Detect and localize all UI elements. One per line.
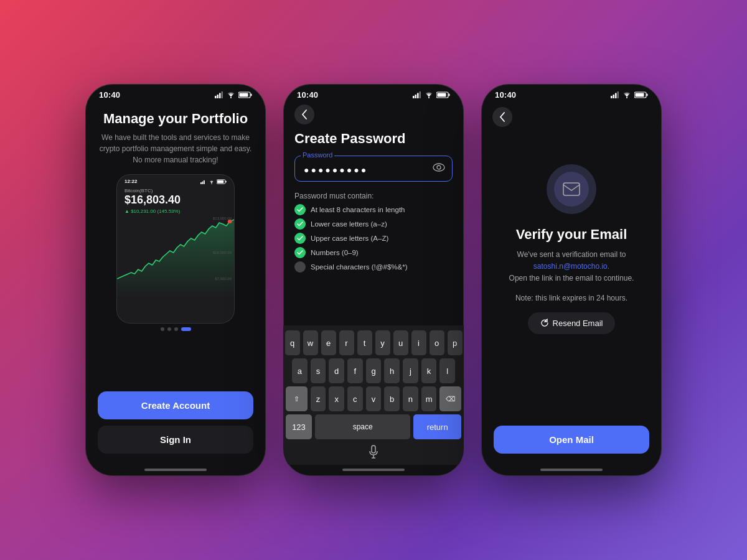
key-shift[interactable]: ⇧ (286, 386, 308, 411)
req-item-1: At least 8 characters in length (294, 204, 453, 215)
key-c[interactable]: c (347, 386, 363, 411)
phone1-subtitle: We have built the tools and services to … (98, 132, 253, 166)
back-button-3[interactable] (492, 107, 512, 127)
phone-3: 10:40 Verify your Email We've sent a ver… (481, 84, 662, 476)
phone3-bottom: Open Mail (481, 419, 662, 465)
create-account-button[interactable]: Create Account (98, 391, 253, 419)
key-h[interactable]: h (384, 358, 400, 383)
status-bar-3: 10:40 (481, 84, 662, 102)
svg-point-25 (437, 166, 441, 169)
status-time-3: 10:40 (495, 90, 516, 100)
back-btn-wrap-3 (481, 102, 662, 133)
svg-rect-32 (618, 91, 619, 98)
signal-icon (215, 91, 223, 98)
svg-rect-19 (420, 91, 421, 98)
key-v[interactable]: v (366, 386, 382, 411)
password-visibility-toggle[interactable] (433, 163, 445, 174)
mic-row (286, 442, 461, 462)
mockup-body: Bitcoin(BTC) $16,803.40 ▲ $10,231.00 (14… (117, 185, 234, 217)
svg-rect-22 (449, 94, 450, 96)
key-p[interactable]: p (448, 330, 463, 355)
key-g[interactable]: g (366, 358, 382, 383)
svg-rect-36 (636, 93, 644, 97)
svg-point-4 (230, 97, 232, 98)
svg-rect-0 (215, 96, 217, 98)
verify-subtitle: We've sent a verification email to satos… (509, 249, 634, 285)
key-backspace[interactable]: ⌫ (439, 386, 461, 411)
key-j[interactable]: j (403, 358, 418, 383)
key-z[interactable]: z (311, 386, 326, 411)
phone-1: 10:40 Manage your Portfolio We have buil… (85, 84, 266, 476)
key-123[interactable]: 123 (286, 414, 312, 439)
svg-rect-35 (647, 94, 648, 96)
svg-rect-8 (200, 182, 202, 184)
password-input-display[interactable]: ●●●●●●●●● (294, 156, 453, 182)
key-d[interactable]: d (329, 358, 344, 383)
keyboard: q w e r t y u i o p a s d f g h j k l (283, 325, 464, 465)
microphone-icon[interactable] (369, 445, 378, 459)
home-indicator-1 (144, 469, 207, 471)
key-t[interactable]: t (357, 330, 372, 355)
resend-email-button[interactable]: Resend Email (528, 312, 616, 334)
key-o[interactable]: o (430, 330, 444, 355)
svg-rect-6 (251, 94, 252, 96)
status-icons-3 (611, 91, 648, 98)
kb-row-3: ⇧ z x c v b n m ⌫ (286, 386, 461, 411)
key-s[interactable]: s (311, 358, 326, 383)
svg-rect-23 (438, 93, 446, 97)
key-n[interactable]: n (403, 386, 418, 411)
refresh-icon (540, 319, 549, 327)
resend-label: Resend Email (553, 319, 603, 328)
phone-mockup: 12:22 Bitcoin(BTC) $16,803.40 ▲ $10,231.… (116, 174, 235, 324)
verify-sub-prefix: We've sent a verification email to (517, 250, 626, 259)
svg-rect-10 (204, 180, 205, 184)
req-text-1: At least 8 characters in length (311, 206, 405, 213)
key-e[interactable]: e (321, 330, 336, 355)
svg-rect-31 (615, 93, 617, 99)
open-mail-button[interactable]: Open Mail (494, 426, 649, 454)
key-k[interactable]: k (421, 358, 437, 383)
mockup-status-bar: 12:22 (117, 175, 234, 185)
battery-icon-2 (436, 91, 450, 98)
eye-icon (433, 163, 445, 172)
mockup-coin-label: Bitcoin(BTC) (125, 188, 227, 194)
password-requirements: Password must contain: At least 8 charac… (283, 188, 464, 279)
key-x[interactable]: x (329, 386, 344, 411)
page-title-2: Create Password (283, 131, 464, 147)
key-f[interactable]: f (347, 358, 363, 383)
req-item-4: Numbers (0–9) (294, 247, 453, 258)
req-icon-3 (294, 233, 306, 244)
key-w[interactable]: w (303, 330, 318, 355)
key-r[interactable]: r (339, 330, 354, 355)
key-y[interactable]: y (375, 330, 390, 355)
svg-rect-2 (219, 93, 221, 99)
email-icon-inner (554, 172, 589, 207)
req-icon-2 (294, 218, 306, 230)
key-a[interactable]: a (292, 358, 308, 383)
key-space[interactable]: space (315, 414, 410, 439)
key-u[interactable]: u (393, 330, 408, 355)
kb-row-1: q w e r t y u i o p (286, 330, 461, 355)
req-text-2: Lower case letters (a–z) (311, 220, 387, 228)
chart-label-high: $13,000.00 (213, 217, 232, 220)
key-q[interactable]: q (285, 330, 300, 355)
mockup-battery (217, 179, 227, 184)
mockup-wifi (209, 179, 215, 184)
status-icons-2 (413, 91, 450, 98)
verify-email: satoshi.n@motocho.io. (533, 262, 609, 271)
key-l[interactable]: l (439, 358, 455, 383)
svg-rect-26 (372, 446, 375, 453)
verify-title: Verify your Email (516, 226, 627, 243)
battery-icon (238, 91, 252, 98)
svg-point-11 (211, 183, 212, 184)
mockup-price: $16,803.40 (125, 194, 227, 207)
sign-in-button[interactable]: Sign In (98, 426, 253, 454)
key-b[interactable]: b (384, 386, 400, 411)
mockup-time: 12:22 (125, 179, 137, 184)
key-i[interactable]: i (411, 330, 426, 355)
svg-point-33 (626, 97, 627, 98)
back-button-2[interactable] (294, 105, 314, 124)
key-return[interactable]: return (413, 414, 461, 439)
dot-4-active (181, 327, 191, 331)
key-m[interactable]: m (421, 386, 437, 411)
